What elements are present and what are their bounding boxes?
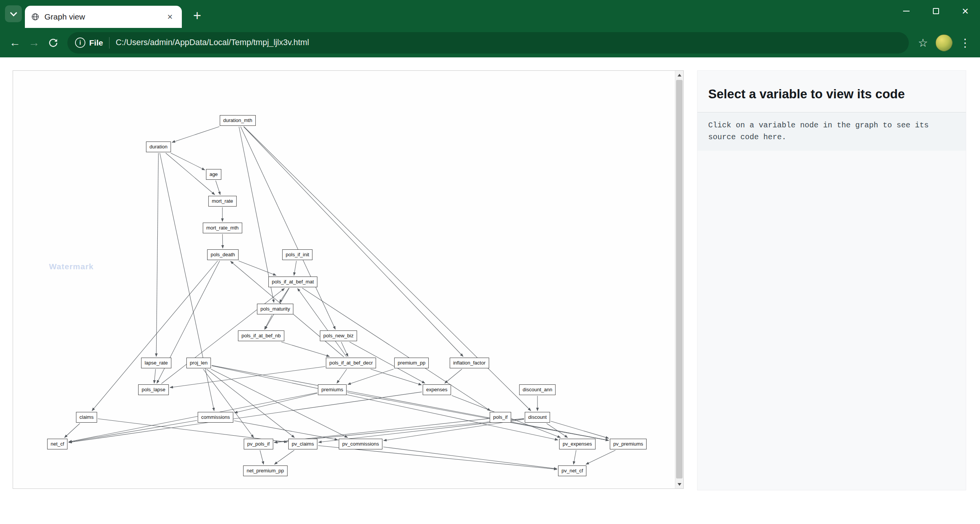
graph-node-pols_if_at_bef_decr[interactable]: pols_if_at_bef_decr <box>326 358 376 368</box>
graph-edge-commissions-to-pv_commissions <box>234 421 338 440</box>
graph-node-discount[interactable]: discount <box>525 412 550 423</box>
scroll-down-icon <box>678 483 681 486</box>
graph-node-pols_maturity[interactable]: pols_maturity <box>257 304 293 314</box>
graph-edge-duration_mth-to-inflation_factor <box>243 127 463 356</box>
profile-avatar[interactable] <box>936 34 952 51</box>
graph-node-claims[interactable]: claims <box>76 412 97 423</box>
graph-node-duration[interactable]: duration <box>146 142 171 152</box>
graph-node-net_premium_pp[interactable]: net_premium_pp <box>243 465 287 476</box>
graph-node-pv_pols_if[interactable]: pv_pols_if <box>244 439 273 449</box>
graph-edge-pols_maturity-to-pols_if_at_bef_nb <box>265 315 272 329</box>
scrollbar-thumb[interactable] <box>676 80 683 478</box>
scroll-down-button[interactable] <box>675 480 683 488</box>
graph-edge-proj_len-to-pv_pols_if <box>203 369 254 438</box>
graph-edge-age-to-mort_rate <box>216 181 220 195</box>
graph-node-pols_if[interactable]: pols_if <box>490 412 511 423</box>
close-icon: × <box>962 5 969 17</box>
browser-tab[interactable]: Graph view × <box>25 6 182 28</box>
graph-scrollbar[interactable] <box>675 71 683 488</box>
graph-edge-pols_if_init-to-pols_if_at_bef_mat <box>294 261 296 275</box>
graph-edge-pv_claims-to-net_premium_pp <box>274 450 294 464</box>
graph-edge-proj_len-to-pv_expenses <box>212 366 558 440</box>
graph-node-pv_commissions[interactable]: pv_commissions <box>339 439 382 449</box>
window-close-button[interactable]: × <box>951 0 980 22</box>
graph-edge-duration-to-commissions <box>160 153 214 411</box>
scroll-up-button[interactable] <box>675 71 683 79</box>
graph-node-proj_len[interactable]: proj_len <box>186 358 211 368</box>
window-minimize-button[interactable] <box>892 0 921 22</box>
file-scheme-chip: File <box>89 38 103 47</box>
tab-search-button[interactable] <box>5 5 22 22</box>
graph-edge-pols_death-to-pols_if_at_bef_mat <box>238 261 276 275</box>
graph-edge-pols_if_at_bef_nb-to-pols_if_at_bef_decr <box>281 342 330 356</box>
window-maximize-button[interactable] <box>921 0 951 22</box>
back-button[interactable]: ← <box>5 33 24 52</box>
new-tab-button[interactable]: + <box>189 9 205 23</box>
scroll-up-icon <box>678 74 681 76</box>
panel-placeholder-message: Click on a variable node in the graph to… <box>697 112 966 151</box>
graph-node-mort_rate_mth[interactable]: mort_rate_mth <box>203 223 242 233</box>
graph-edge-proj_len-to-pv_claims <box>207 369 295 438</box>
graph-node-pols_lapse[interactable]: pols_lapse <box>138 384 169 395</box>
panel-title: Select a variable to view its code <box>697 71 966 112</box>
graph-edge-pols_if_at_bef_decr-to-pols_lapse <box>170 366 325 387</box>
forward-button[interactable]: → <box>24 33 44 52</box>
graph-edge-inflation_factor-to-expenses <box>445 369 462 383</box>
graph-node-premiums[interactable]: premiums <box>318 384 346 395</box>
star-icon: ☆ <box>918 36 928 49</box>
graph-node-pv_premiums[interactable]: pv_premiums <box>610 439 647 449</box>
graph-node-mort_rate[interactable]: mort_rate <box>208 196 237 207</box>
graph-node-lapse_rate[interactable]: lapse_rate <box>141 358 172 368</box>
graph-node-pols_if_at_bef_nb[interactable]: pols_if_at_bef_nb <box>238 330 284 341</box>
three-dots-icon: ⋮ <box>960 36 971 49</box>
graph-edge-commissions-to-net_cf <box>69 420 197 442</box>
graph-edge-claims-to-net_cf <box>65 423 80 438</box>
tab-close-icon[interactable]: × <box>164 11 176 23</box>
page-info-icon[interactable]: i <box>75 37 85 48</box>
graph-edge-pv_expenses-to-pv_net_cf <box>573 450 576 464</box>
graph-edge-premiums-to-net_cf <box>69 393 317 442</box>
graph-edge-premiums-to-pv_premiums <box>348 392 609 440</box>
graph-edge-premium_pp-to-premiums <box>348 369 394 384</box>
browser-toolbar: ← → i File C:/Users/admin/AppData/Local/… <box>0 28 980 57</box>
graph-node-pv_net_cf[interactable]: pv_net_cf <box>558 465 586 476</box>
graph-node-pols_death[interactable]: pols_death <box>207 249 238 260</box>
graph-node-commissions[interactable]: commissions <box>198 412 233 423</box>
page-favicon-globe-icon <box>31 13 39 21</box>
graph-edge-proj_len-to-pv_commissions <box>211 369 348 438</box>
omnibox-separator <box>109 37 109 49</box>
code-panel: Select a variable to view its code Click… <box>697 70 966 490</box>
reload-button[interactable] <box>44 33 63 52</box>
graph-node-pv_expenses[interactable]: pv_expenses <box>559 439 596 449</box>
graph-edge-duration_mth-to-pols_new_biz <box>241 127 336 329</box>
reload-icon <box>48 37 59 48</box>
graph-node-pols_new_biz[interactable]: pols_new_biz <box>320 330 357 341</box>
graph-edge-premiums-to-commissions <box>235 393 317 413</box>
page-content: Watermark duration_mthdurationagemort_ra… <box>0 57 980 490</box>
window-controls: × <box>892 0 980 22</box>
graph-node-inflation_factor[interactable]: inflation_factor <box>450 358 489 368</box>
graph-node-premium_pp[interactable]: premium_pp <box>394 358 429 368</box>
graph-node-age[interactable]: age <box>206 169 221 180</box>
url-text[interactable]: C:/Users/admin/AppData/Local/Temp/tmpj_l… <box>116 38 309 47</box>
graph-node-pols_if_init[interactable]: pols_if_init <box>282 249 312 260</box>
graph-node-pols_if_at_bef_mat[interactable]: pols_if_at_bef_mat <box>268 277 317 287</box>
address-bar[interactable]: i File C:/Users/admin/AppData/Local/Temp… <box>67 32 909 54</box>
graph-edge-discount-to-pv_premiums <box>551 421 609 438</box>
graph-node-discount_ann[interactable]: discount_ann <box>519 384 555 395</box>
chevron-down-icon <box>10 9 17 16</box>
tab-title: Graph view <box>44 12 159 21</box>
browser-menu-button[interactable]: ⋮ <box>956 33 975 52</box>
graph-edge-pols_if_at_bef_decr-to-premiums <box>337 369 347 383</box>
graph-edge-pv_pols_if-to-net_premium_pp <box>260 450 264 464</box>
bookmark-button[interactable]: ☆ <box>913 33 933 52</box>
graph-node-pv_claims[interactable]: pv_claims <box>288 439 317 449</box>
graph-edge-pv_commissions-to-pv_net_cf <box>383 447 557 469</box>
tab-strip: Graph view × + × <box>0 0 980 28</box>
graph-node-duration_mth[interactable]: duration_mth <box>220 115 256 126</box>
graph-edge-duration_mth-to-duration <box>172 127 220 142</box>
graph-node-expenses[interactable]: expenses <box>423 384 451 395</box>
graph-node-net_cf[interactable]: net_cf <box>47 439 67 449</box>
graph-edges-svg <box>13 71 683 488</box>
graph-edge-mort_rate_mth-to-pols_death <box>222 234 223 248</box>
